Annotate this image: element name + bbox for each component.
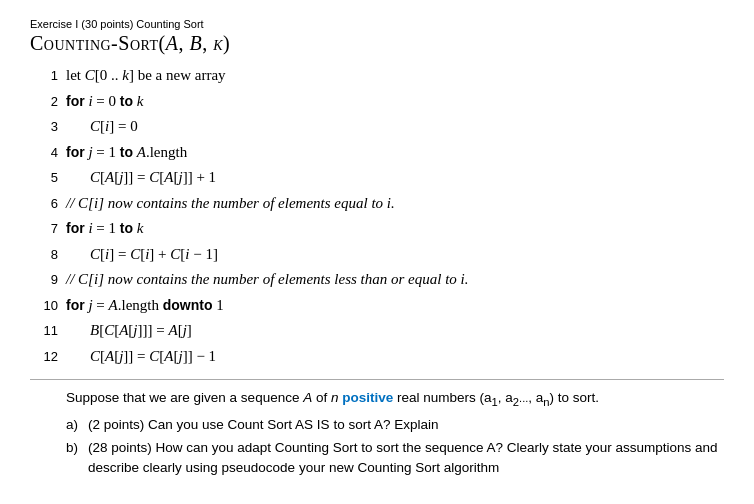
line-9: 9 // C[i] now contains the number of ele…	[30, 267, 724, 293]
algo-params: (A, B, k)	[159, 32, 231, 54]
line-5: 5 C[A[j]] = C[A[j]] + 1	[30, 165, 724, 191]
line-6: 6 // C[i] now contains the number of ele…	[30, 191, 724, 217]
algo-title: Counting-Sort(A, B, k)	[30, 32, 724, 55]
algo-body: 1 let C[0 .. k] be a new array 2 for i =…	[30, 63, 724, 369]
line-11: 11 B[C[A[j]]] = A[j]	[30, 318, 724, 344]
exercise-header: Exercise I (30 points) Counting Sort	[30, 18, 724, 30]
line-3: 3 C[i] = 0	[30, 114, 724, 140]
problem-section: Suppose that we are given a sequence A o…	[66, 388, 724, 478]
line-7: 7 for i = 1 to k	[30, 216, 724, 242]
line-10: 10 for j = A.length downto 1	[30, 293, 724, 319]
line-12: 12 C[A[j]] = C[A[j]] − 1	[30, 344, 724, 370]
part-b: b) (28 points) How can you adapt Countin…	[66, 438, 724, 479]
divider	[30, 379, 724, 380]
line-1: 1 let C[0 .. k] be a new array	[30, 63, 724, 89]
line-8: 8 C[i] = C[i] + C[i − 1]	[30, 242, 724, 268]
positive-keyword: positive	[342, 390, 393, 405]
line-4: 4 for j = 1 to A.length	[30, 140, 724, 166]
problem-intro: Suppose that we are given a sequence A o…	[66, 388, 724, 411]
algo-name: Counting-Sort	[30, 32, 159, 54]
part-a: a) (2 points) Can you use Count Sort AS …	[66, 415, 724, 435]
line-2: 2 for i = 0 to k	[30, 89, 724, 115]
